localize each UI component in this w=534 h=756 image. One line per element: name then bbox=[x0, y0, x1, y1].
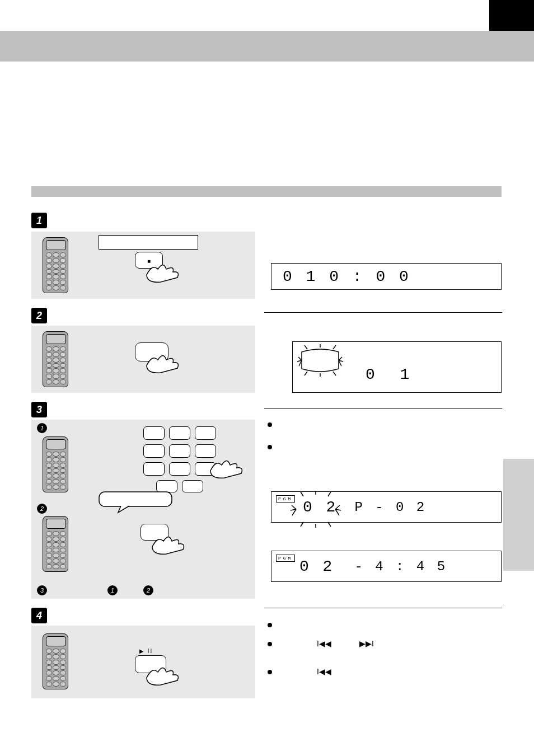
separator bbox=[264, 408, 502, 409]
hand-icon bbox=[138, 527, 189, 555]
remote-illustration bbox=[43, 516, 68, 572]
step-number-2: 2 bbox=[31, 308, 47, 323]
step-number-1: 1 bbox=[31, 213, 47, 228]
pgm-indicator: PGM bbox=[276, 555, 295, 562]
page-header-bar bbox=[0, 31, 534, 62]
starburst-icon bbox=[289, 490, 345, 529]
play-pause-icon: ▶ II bbox=[139, 648, 166, 654]
hand-icon bbox=[205, 451, 255, 485]
remote-illustration bbox=[43, 331, 68, 387]
bullet-item bbox=[268, 420, 278, 427]
substep-ref-1: 1 bbox=[107, 585, 118, 595]
lcd-text: 0 1 0 : 0 0 bbox=[283, 268, 411, 285]
button-illustration bbox=[140, 524, 168, 541]
bullet-item bbox=[268, 442, 278, 449]
label-box bbox=[99, 235, 198, 250]
remote-illustration bbox=[43, 633, 68, 689]
stop-button-illustration: ■ bbox=[135, 252, 163, 269]
instruction-box-2 bbox=[31, 326, 255, 393]
svg-rect-0 bbox=[99, 492, 172, 506]
number-pad-illustration bbox=[143, 426, 216, 492]
step-number-4: 4 bbox=[31, 608, 47, 623]
bullet-item bbox=[268, 620, 278, 627]
lcd-display-4: PGM 0 2 - 4 : 4 5 bbox=[271, 551, 502, 582]
remote-illustration bbox=[43, 237, 68, 293]
substep-1: 1 bbox=[37, 423, 47, 433]
substep-3: 3 bbox=[37, 585, 47, 595]
separator bbox=[264, 312, 502, 313]
button-illustration bbox=[135, 342, 168, 361]
speech-bubble bbox=[99, 491, 182, 514]
bullet-icon bbox=[268, 623, 272, 627]
hand-icon bbox=[133, 346, 183, 374]
bullet-icon bbox=[268, 670, 272, 674]
section-subheader-bar bbox=[31, 186, 502, 197]
page-corner-tab bbox=[489, 0, 534, 31]
separator bbox=[264, 608, 502, 608]
remote-illustration bbox=[43, 436, 68, 492]
substep-2: 2 bbox=[37, 504, 47, 514]
next-icon: ▶▶I bbox=[359, 639, 374, 648]
play-pause-button-illustration: ▶ II bbox=[135, 648, 166, 673]
lcd-display-1: 0 1 0 : 0 0 bbox=[271, 263, 502, 290]
instruction-box-1: ■ bbox=[31, 232, 255, 299]
lcd-text: 0 1 bbox=[366, 366, 417, 383]
lcd-time: - 4 : 4 5 bbox=[354, 559, 447, 574]
side-tab bbox=[503, 459, 534, 571]
lcd-track: 0 2 bbox=[299, 558, 334, 575]
lcd-display-3: PGM 0 2 P - 0 2 bbox=[271, 491, 502, 523]
instruction-box-3: 1 2 bbox=[31, 420, 255, 599]
bullet-icon bbox=[268, 445, 272, 449]
bullet-icon bbox=[268, 642, 272, 646]
step-number-3: 3 bbox=[31, 402, 47, 417]
prev-icon: I◀◀ bbox=[317, 667, 331, 676]
lcd-display-2: 0 1 bbox=[292, 341, 502, 393]
bullet-item: I◀◀ bbox=[268, 667, 331, 676]
bullet-item: I◀◀ ▶▶I bbox=[268, 639, 374, 648]
starburst-icon bbox=[296, 344, 346, 377]
hand-icon bbox=[133, 658, 183, 686]
instruction-box-4: ▶ II bbox=[31, 626, 255, 698]
prev-icon: I◀◀ bbox=[317, 639, 331, 648]
lcd-prog: P - 0 2 bbox=[354, 500, 427, 515]
substep-ref-2: 2 bbox=[143, 585, 153, 595]
bullet-icon bbox=[268, 422, 272, 427]
hand-icon bbox=[133, 255, 183, 283]
